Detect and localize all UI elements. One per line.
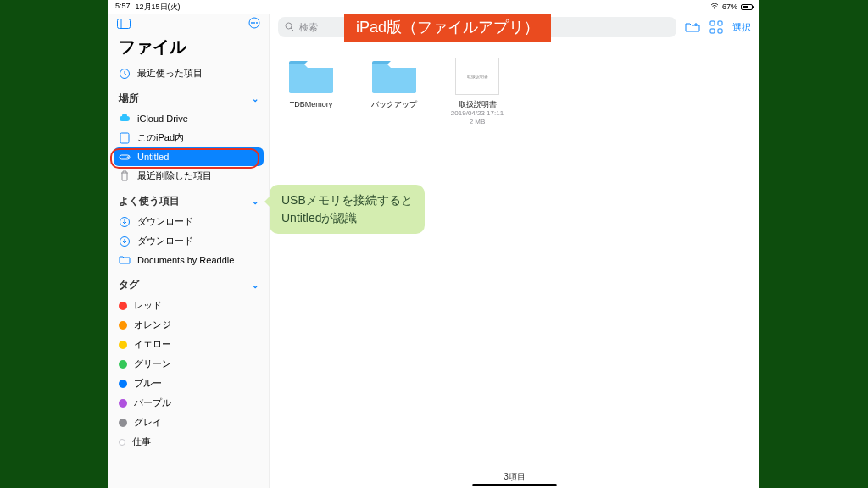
svg-point-4 bbox=[251, 22, 253, 24]
status-bar: 5:57 12月15日(火) 67% bbox=[108, 0, 760, 14]
item-name: 取扱説明書 bbox=[448, 100, 507, 109]
sidebar-item-label: オレンジ bbox=[134, 319, 171, 331]
tag-orange[interactable]: オレンジ bbox=[108, 315, 269, 335]
tag-gray[interactable]: グレイ bbox=[108, 413, 269, 432]
annotation-banner: iPad版（ファイルアプリ） bbox=[344, 14, 551, 42]
tag-dot-icon bbox=[119, 302, 127, 310]
item-name: TDBMemory bbox=[281, 100, 341, 109]
tag-dot-icon bbox=[119, 321, 127, 330]
callout-line: Untitledが認識 bbox=[281, 209, 413, 227]
svg-rect-8 bbox=[120, 133, 129, 143]
item-count: 3項目 bbox=[270, 471, 760, 483]
sidebar-item-download-2[interactable]: ダウンロード bbox=[108, 231, 269, 251]
svg-point-10 bbox=[127, 157, 129, 158]
tag-yellow[interactable]: イエロー bbox=[108, 335, 269, 354]
tag-red[interactable]: レッド bbox=[108, 296, 269, 315]
grid-item-folder[interactable]: バックアップ bbox=[364, 58, 424, 109]
clock-icon bbox=[119, 68, 131, 80]
svg-rect-16 bbox=[718, 21, 722, 25]
svg-rect-1 bbox=[118, 19, 131, 29]
sidebar-item-untitled[interactable]: Untitled bbox=[114, 147, 264, 166]
sidebar-item-download-1[interactable]: ダウンロード bbox=[108, 212, 269, 231]
sidebar-item-label: 最近使った項目 bbox=[137, 67, 203, 80]
sidebar-item-label: グリーン bbox=[134, 358, 171, 370]
tag-dot-icon bbox=[119, 439, 125, 446]
chevron-down-icon: ⌄ bbox=[252, 280, 259, 290]
tag-work[interactable]: 仕事 bbox=[108, 432, 269, 452]
sidebar-item-label: iCloud Drive bbox=[137, 114, 188, 124]
sidebar-title: ファイル bbox=[108, 34, 269, 64]
sidebar-item-trash[interactable]: 最近削除した項目 bbox=[108, 166, 269, 186]
sidebar-item-ipad[interactable]: このiPad内 bbox=[108, 128, 269, 147]
sidebar-item-icloud[interactable]: iCloud Drive bbox=[108, 109, 269, 128]
tag-dot-icon bbox=[119, 399, 127, 408]
document-thumbnail-icon: 取扱説明書 bbox=[455, 58, 499, 95]
download-icon bbox=[119, 216, 131, 228]
main-area: 検索 選択 TDBMemo bbox=[270, 14, 760, 488]
tag-purple[interactable]: パープル bbox=[108, 393, 269, 413]
download-icon bbox=[119, 236, 131, 247]
wifi-icon bbox=[710, 3, 719, 11]
sidebar-item-label: Documents by Readdle bbox=[137, 255, 234, 265]
tag-dot-icon bbox=[119, 380, 127, 388]
chevron-down-icon: ⌄ bbox=[252, 94, 259, 103]
search-placeholder: 検索 bbox=[299, 21, 318, 34]
home-indicator bbox=[472, 484, 557, 486]
section-header-label: 場所 bbox=[119, 92, 139, 106]
battery-icon bbox=[741, 4, 753, 10]
sidebar: ファイル 最近使った項目 場所 ⌄ iCloud Drive bbox=[108, 14, 270, 488]
grid-item-folder[interactable]: TDBMemory bbox=[281, 58, 341, 109]
new-folder-icon[interactable] bbox=[685, 19, 700, 35]
sidebar-item-label: このiPad内 bbox=[137, 131, 184, 144]
sidebar-item-recent[interactable]: 最近使った項目 bbox=[108, 64, 269, 83]
sidebar-item-label: 最近削除した項目 bbox=[137, 169, 212, 182]
battery-percent: 67% bbox=[722, 3, 737, 11]
tag-blue[interactable]: ブルー bbox=[108, 374, 269, 393]
search-icon bbox=[285, 22, 294, 33]
folder-icon bbox=[287, 58, 335, 95]
sidebar-item-label: イエロー bbox=[134, 338, 171, 351]
ipad-frame: 5:57 12月15日(火) 67% bbox=[108, 0, 760, 488]
callout-line: USBメモリを接続すると bbox=[281, 191, 413, 209]
folder-icon bbox=[370, 58, 418, 95]
section-header-tags[interactable]: タグ ⌄ bbox=[108, 269, 269, 296]
select-button[interactable]: 選択 bbox=[732, 21, 751, 34]
annotation-callout: USBメモリを接続すると Untitledが認識 bbox=[270, 185, 425, 234]
section-header-favorites[interactable]: よく使う項目 ⌄ bbox=[108, 186, 269, 212]
item-date: 2019/04/23 17:11 bbox=[448, 109, 507, 118]
svg-rect-18 bbox=[718, 29, 722, 33]
ellipsis-icon[interactable] bbox=[248, 17, 260, 32]
sidebar-item-label: Untitled bbox=[137, 152, 169, 162]
svg-line-14 bbox=[291, 28, 293, 30]
svg-point-6 bbox=[256, 22, 258, 24]
svg-rect-17 bbox=[710, 29, 715, 33]
section-header-locations[interactable]: 場所 ⌄ bbox=[108, 83, 269, 109]
item-size: 2 MB bbox=[448, 118, 507, 126]
svg-point-13 bbox=[286, 23, 292, 29]
ipad-device-icon bbox=[119, 132, 131, 144]
tag-dot-icon bbox=[119, 419, 127, 427]
sidebar-item-label: レッド bbox=[134, 299, 162, 312]
drive-icon bbox=[119, 151, 131, 163]
item-name: バックアップ bbox=[364, 100, 424, 109]
sidebar-item-label: グレイ bbox=[134, 416, 162, 429]
sidebar-item-label: ダウンロード bbox=[137, 215, 193, 228]
status-date: 12月15日(火) bbox=[136, 2, 181, 13]
sidebar-toggle-icon[interactable] bbox=[117, 17, 131, 32]
svg-rect-9 bbox=[120, 155, 130, 159]
sidebar-item-label: ブルー bbox=[134, 377, 162, 390]
svg-point-0 bbox=[714, 8, 715, 8]
sidebar-item-documents[interactable]: Documents by Readdle bbox=[108, 251, 269, 269]
folder-icon bbox=[119, 254, 131, 266]
sidebar-item-label: 仕事 bbox=[132, 435, 151, 448]
tag-dot-icon bbox=[119, 360, 127, 369]
grid-item-document[interactable]: 取扱説明書 取扱説明書 2019/04/23 17:11 2 MB bbox=[448, 58, 507, 125]
section-header-label: タグ bbox=[119, 278, 139, 292]
tag-green[interactable]: グリーン bbox=[108, 354, 269, 374]
view-grid-icon[interactable] bbox=[709, 19, 724, 35]
file-grid: TDBMemory バックアップ 取扱説明書 取扱説明書 2019/04/23 … bbox=[270, 41, 760, 142]
svg-rect-15 bbox=[710, 21, 715, 25]
status-time: 5:57 bbox=[115, 2, 131, 13]
section-header-label: よく使う項目 bbox=[119, 194, 180, 208]
trash-icon bbox=[119, 170, 131, 182]
